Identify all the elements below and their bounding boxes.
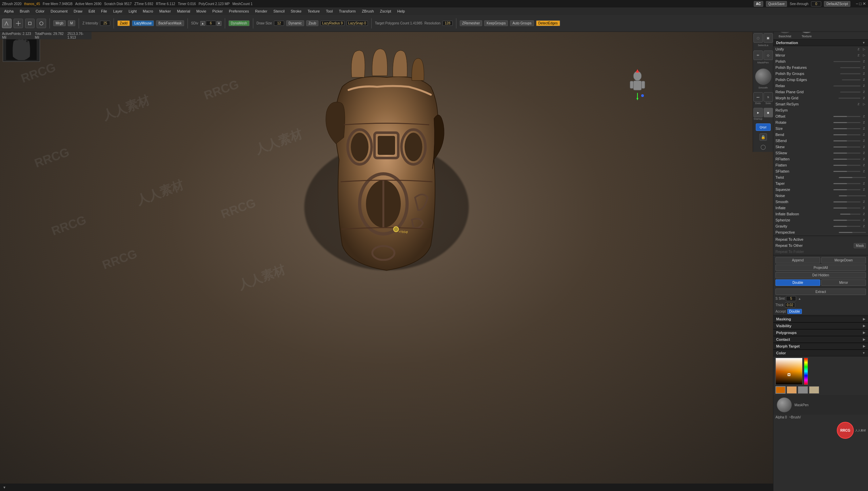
sdiv-increase[interactable]: ▼ — [217, 21, 221, 26]
color-swatch-3[interactable] — [798, 386, 808, 394]
append-btn[interactable]: Append — [775, 257, 820, 263]
menu-preferences[interactable]: Preferences — [226, 8, 252, 14]
gravity-label[interactable]: Gravity — [775, 224, 832, 228]
skew-slider[interactable] — [833, 146, 861, 148]
maskpen-sphere[interactable] — [777, 397, 792, 412]
dyna-mesh-button[interactable]: DynaMesh — [229, 20, 250, 26]
rotate-slider[interactable] — [833, 122, 861, 123]
sskew-slider[interactable] — [833, 153, 861, 154]
lazy-mouse-button[interactable]: LazyMouse — [132, 20, 154, 26]
lazy-radius[interactable]: LazyRadius 9 — [320, 21, 344, 26]
offset-label[interactable]: Offset — [775, 114, 832, 118]
menu-brush[interactable]: Brush — [17, 8, 32, 14]
close-icon[interactable]: ✕ — [863, 1, 866, 6]
resym-label[interactable]: ReSym — [775, 108, 866, 112]
morph-target-section-header[interactable]: Morph Target ▶ — [773, 343, 868, 350]
bend-label[interactable]: Bend — [775, 133, 832, 137]
twist-label[interactable]: Twist — [775, 175, 837, 179]
inflate-label[interactable]: Inflate — [775, 206, 832, 210]
menu-picker[interactable]: Picker — [210, 8, 225, 14]
rflatten-label[interactable]: RFlatten — [775, 157, 832, 161]
menu-document[interactable]: Document — [48, 8, 70, 14]
menu-zscript[interactable]: Zscript — [377, 8, 394, 14]
mirror-geo-btn[interactable]: Mirror — [821, 279, 866, 286]
menu-color[interactable]: Color — [33, 8, 47, 14]
ssmt-value[interactable]: 5 — [786, 296, 796, 301]
menu-file[interactable]: File — [98, 8, 110, 14]
menu-macro[interactable]: Macro — [140, 8, 156, 14]
contact-section-header[interactable]: Contact ▶ — [773, 336, 868, 343]
menu-movie[interactable]: Movie — [194, 8, 209, 14]
noise-slider[interactable] — [839, 195, 866, 196]
sskew-label[interactable]: SSkew — [775, 151, 832, 155]
relax-plane-slider[interactable] — [840, 92, 861, 93]
polish-crisp-slider[interactable] — [842, 79, 861, 80]
scale-tool-btn[interactable] — [25, 19, 35, 28]
menu-transform[interactable]: Transform — [336, 8, 358, 14]
select-rect-btn[interactable]: ▣ — [764, 33, 773, 43]
size-slider[interactable] — [833, 128, 861, 129]
sbend-label[interactable]: SBend — [775, 139, 832, 143]
menu-stroke[interactable]: Stroke — [288, 8, 304, 14]
size-label[interactable]: Size — [775, 126, 832, 131]
dynamic-button[interactable]: Dynamic — [286, 20, 304, 26]
offset-slider[interactable] — [833, 116, 861, 117]
double-btn[interactable]: Double — [775, 279, 820, 286]
polish-slider[interactable] — [833, 61, 861, 62]
mirror-label[interactable]: Mirror — [775, 53, 855, 57]
color-gradient-box[interactable] — [775, 358, 803, 385]
navigation-gizmo[interactable] — [624, 69, 651, 96]
back-face-mask-button[interactable]: BackFaceMask — [156, 20, 184, 26]
zremesher-button[interactable]: ZRemesher — [460, 20, 482, 26]
spherize-slider[interactable] — [833, 220, 861, 221]
default-zscript-button[interactable]: DefaultZScript — [824, 1, 850, 7]
relax-label[interactable]: Relax — [775, 84, 832, 88]
smooth-deform-slider[interactable] — [833, 201, 861, 202]
move-tool-btn[interactable] — [14, 19, 23, 28]
alt-color-swatch[interactable] — [787, 386, 797, 394]
polish-groups-label[interactable]: Polish By Groups — [775, 72, 839, 76]
fill-btn[interactable]: ◼ — [764, 108, 773, 117]
dots-btn[interactable]: ••• — [753, 92, 763, 102]
select-lasso-btn[interactable]: ◌ — [753, 33, 763, 43]
skew-label[interactable]: Skew — [775, 145, 832, 149]
resolution-value[interactable]: 128 — [442, 21, 453, 26]
deformation-section-header[interactable]: Deformation ▼ — [773, 39, 868, 46]
detect-edges-button[interactable]: DetectEdges — [536, 20, 560, 26]
xyz-btn[interactable]: Qxyz — [756, 123, 771, 131]
menu-light[interactable]: Light — [126, 8, 139, 14]
inflate-balloon-slider[interactable] — [840, 214, 861, 215]
mrgb-button[interactable]: Mrgb — [53, 20, 66, 26]
polish-crisp-label[interactable]: Polish Crisp Edges — [775, 78, 841, 82]
repeat-to-other-label[interactable]: Repeat To Other — [775, 243, 852, 248]
m-button[interactable]: M — [68, 20, 75, 26]
z-intensity-value[interactable]: 25 — [100, 21, 110, 26]
menu-alpha[interactable]: Alpha — [1, 8, 16, 14]
quick-save-button[interactable]: QuickSave — [766, 1, 787, 7]
draw-tool-btn[interactable] — [2, 19, 12, 28]
maslar-btn[interactable]: ◇ — [764, 51, 773, 60]
maspen-btn[interactable]: ✏ — [753, 51, 763, 60]
project-all-btn[interactable]: ProjectAll — [775, 264, 866, 271]
perspective-slider[interactable] — [839, 232, 866, 233]
menu-draw[interactable]: Draw — [71, 8, 85, 14]
inflate-slider[interactable] — [833, 208, 861, 209]
smooth-deform-label[interactable]: Smooth — [775, 200, 832, 204]
minimize-icon[interactable]: − — [856, 1, 858, 6]
mask-btn[interactable]: Mask — [854, 243, 866, 248]
ring-btn[interactable]: ◯ — [760, 143, 767, 151]
menu-stencil[interactable]: Stencil — [271, 8, 287, 14]
merge-down-btn[interactable]: MergeDown — [821, 257, 866, 263]
rotate-label[interactable]: Rotate — [775, 120, 832, 124]
draw-size-value[interactable]: 12 — [274, 21, 284, 26]
polish-features-slider[interactable] — [840, 67, 861, 68]
squeeze-label[interactable]: Squeeze — [775, 188, 832, 192]
flatten-label[interactable]: Flatten — [775, 163, 832, 167]
menu-material[interactable]: Material — [174, 8, 193, 14]
visibility-section-header[interactable]: Visibility ▶ — [773, 322, 868, 329]
lock-btn[interactable]: 🔒 — [760, 133, 767, 141]
sdiv-value[interactable]: 6 — [206, 21, 216, 26]
auto-groups-button[interactable]: Auto Groups — [510, 20, 534, 26]
ac-button[interactable]: AC — [754, 1, 763, 7]
lazy-snap[interactable]: LazySnap 0 — [347, 21, 368, 26]
